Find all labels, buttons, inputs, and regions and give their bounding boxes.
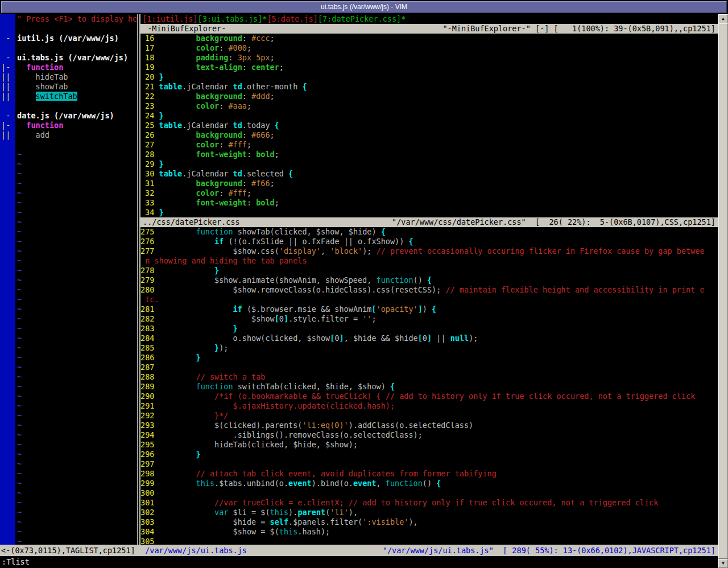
taglist-tilde-line: ~ xyxy=(0,275,137,285)
line-number: 32 xyxy=(140,188,154,198)
fold-column xyxy=(0,227,15,237)
fold-column xyxy=(0,43,15,53)
fold-marker-icon[interactable]: || xyxy=(0,130,15,140)
taglist-tilde-line: ~ xyxy=(0,498,137,508)
taglist-kind-item[interactable]: |- function xyxy=(0,121,137,130)
line-number: 293 xyxy=(140,421,154,430)
taglist-file-item[interactable]: -ui.tabs.js (/var/www/js) xyxy=(0,53,137,63)
js-code-line: 277 $show.css('display', 'block'); // pr… xyxy=(140,246,718,256)
scrollbar-down-icon[interactable]: ▼ xyxy=(718,559,728,568)
vertical-scrollbar[interactable]: ▲ ▼ xyxy=(718,14,728,568)
js-code-line: 283 } xyxy=(140,324,718,334)
css-code-line: 25table.jCalendar td.today { xyxy=(140,121,718,130)
taglist-tilde-line: ~ xyxy=(0,508,137,517)
window-title-bar[interactable]: ui.tabs.js (/var/www/js) - VIM xyxy=(1,1,727,13)
fold-column xyxy=(0,304,15,314)
fold-column xyxy=(0,527,15,537)
js-code-line: 298 // attach tab click event, avoid dup… xyxy=(140,469,718,479)
css-code-line: 23 color: #aaa; xyxy=(140,101,718,111)
fold-marker-icon[interactable]: - xyxy=(0,53,15,63)
fold-marker-icon[interactable]: || xyxy=(0,82,15,92)
js-code-line: 282 $show[0].style.filter = ''; xyxy=(140,314,718,324)
js-code-line: 302 var $li = $(this).parent('li'), xyxy=(140,508,718,517)
fold-marker-icon[interactable]: |- xyxy=(0,121,15,130)
taglist-tag-item[interactable]: || showTab xyxy=(0,82,137,92)
taglist-tag-item[interactable]: || switchTab xyxy=(0,92,137,101)
fold-marker-icon[interactable]: - xyxy=(0,34,15,43)
taglist-tilde-line: ~ xyxy=(0,343,137,353)
line-number: 24 xyxy=(140,111,154,121)
taglist-tilde-line: ~ xyxy=(0,392,137,401)
line-number: 16 xyxy=(140,34,154,43)
fold-column xyxy=(0,508,15,517)
fold-column xyxy=(0,430,15,440)
css-buffer-window[interactable]: 16 background: #ccc;17 color: #000;18 pa… xyxy=(140,34,718,217)
fold-marker-icon[interactable]: - xyxy=(0,111,15,121)
taglist-file-item[interactable]: -date.js (/var/www/js) xyxy=(0,111,137,121)
taglist-tilde-line: ~ xyxy=(0,372,137,382)
css-code-line: 33 font-weight: bold; xyxy=(140,198,718,208)
command-line[interactable]: :Tlist xyxy=(0,556,718,568)
line-number: 33 xyxy=(140,198,154,208)
fold-column xyxy=(0,285,15,295)
buffer-tab[interactable]: [1:iutil.js] xyxy=(142,14,198,23)
css-code-line: 34} xyxy=(140,208,718,217)
fold-marker-icon[interactable]: || xyxy=(0,72,15,82)
js-code-line: 291 $.ajaxHistory.update(clicked.hash); xyxy=(140,401,718,411)
fold-marker-icon[interactable]: |- xyxy=(0,63,15,72)
fold-column xyxy=(0,24,15,34)
line-number: 305 xyxy=(140,537,154,545)
css-code-line: 17 color: #000; xyxy=(140,43,718,53)
js-code-line: 305 xyxy=(140,537,718,545)
gvim-window: ui.tabs.js (/var/www/js) - VIM " Press <… xyxy=(0,0,728,568)
taglist-tilde-line: ~ xyxy=(0,266,137,275)
fold-column xyxy=(0,14,15,24)
taglist-tilde-line: ~ xyxy=(0,353,137,363)
line-number: 278 xyxy=(140,266,154,275)
taglist-tilde-line: ~ xyxy=(0,198,137,208)
js-code-line-wrap: tc. xyxy=(140,295,718,304)
taglist-file-item[interactable]: -iutil.js (/var/www/js) xyxy=(0,34,137,43)
js-code-line-wrap: n showing and hiding the tab panels xyxy=(140,256,718,266)
css-code-line: 29} xyxy=(140,159,718,169)
taglist-window[interactable]: " Press <F1> to display hel -iutil.js (/… xyxy=(0,14,137,545)
fold-column xyxy=(0,266,15,275)
buffer-tab[interactable]: [3:ui.tabs.js]* xyxy=(198,14,267,23)
scrollbar-up-icon[interactable]: ▲ xyxy=(718,14,728,23)
css-code-line: 30table.jCalendar td.selected { xyxy=(140,169,718,179)
fold-column xyxy=(0,295,15,304)
fold-column xyxy=(0,392,15,401)
fold-column xyxy=(0,488,15,498)
line-number: 276 xyxy=(140,237,154,246)
line-number: 280 xyxy=(140,285,154,295)
line-number: 284 xyxy=(140,334,154,343)
taglist-tilde-line: ~ xyxy=(0,246,137,256)
taglist-kind-item[interactable]: |- function xyxy=(0,63,137,72)
css-code-line: 19 text-align: center; xyxy=(140,63,718,72)
line-number: 286 xyxy=(140,353,154,363)
taglist-tag-item[interactable]: || add xyxy=(0,130,137,140)
fold-column xyxy=(0,372,15,382)
fold-column xyxy=(0,198,15,208)
line-number: 17 xyxy=(140,43,154,53)
taglist-tag-item[interactable]: || hideTab xyxy=(0,72,137,82)
bottom-status-line: <-(0x73,0115),TAGLIST,cp1251] /var/www/j… xyxy=(0,545,718,556)
taglist-tilde-line: ~ xyxy=(0,208,137,217)
fold-marker-icon[interactable]: || xyxy=(0,92,15,101)
js-code-line: 286 } xyxy=(140,353,718,363)
css-code-line: 16 background: #ccc; xyxy=(140,34,718,43)
main-editor-column: [1:iutil.js][3:ui.tabs.js]*[5:date.js][7… xyxy=(140,14,718,545)
javascript-buffer-window[interactable]: 275 function showTab(clicked, $show, $hi… xyxy=(140,227,718,545)
line-number: 301 xyxy=(140,498,154,508)
js-code-line: 294 .siblings().removeClass(o.selectedCl… xyxy=(140,430,718,440)
buffer-tab[interactable]: [7:datePicker.css]* xyxy=(318,14,406,23)
taglist-tilde-line: ~ xyxy=(0,314,137,324)
js-code-line: 275 function showTab(clicked, $show, $hi… xyxy=(140,227,718,237)
taglist-tilde-line: ~ xyxy=(0,382,137,392)
fold-column xyxy=(0,256,15,266)
scrollbar-thumb[interactable] xyxy=(718,23,728,559)
buffer-tab[interactable]: [5:date.js] xyxy=(267,14,317,23)
window-title: ui.tabs.js (/var/www/js) - VIM xyxy=(321,3,407,11)
js-code-line: 292 }*/ xyxy=(140,411,718,421)
fold-column xyxy=(0,314,15,324)
